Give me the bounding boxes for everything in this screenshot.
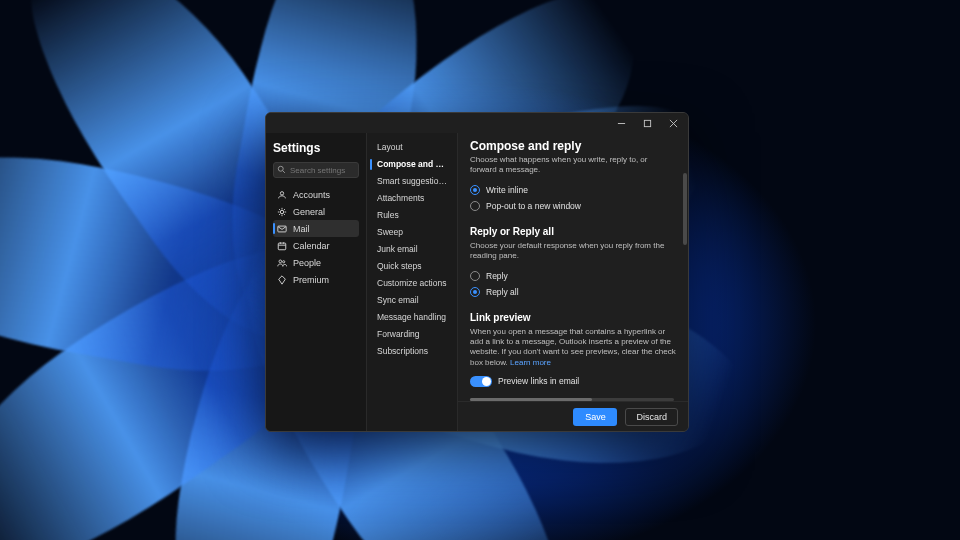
scroll-area[interactable]: Choose what happens when you write, repl… [458, 155, 688, 401]
svg-rect-9 [278, 243, 286, 250]
titlebar [266, 113, 688, 133]
subnav-forwarding[interactable]: Forwarding [367, 326, 457, 343]
sidebar-item-label: Mail [293, 224, 310, 234]
diamond-icon [277, 275, 287, 285]
sidebar-primary: Settings Accounts General Mail [266, 133, 366, 431]
subnav-sweep[interactable]: Sweep [367, 224, 457, 241]
toggle-icon [470, 376, 492, 387]
svg-point-4 [278, 166, 283, 171]
sidebar-secondary: Layout Compose and reply Smart suggestio… [366, 133, 458, 431]
subnav-layout[interactable]: Layout [367, 139, 457, 156]
sidebar-item-mail[interactable]: Mail [273, 220, 359, 237]
svg-point-13 [279, 260, 282, 263]
section-desc: Choose your default response when you re… [470, 241, 676, 262]
radio-label: Write inline [486, 185, 528, 195]
svg-line-5 [283, 171, 285, 173]
sidebar-item-label: Calendar [293, 241, 330, 251]
subnav-smart-suggestions[interactable]: Smart suggestions [367, 173, 457, 190]
svg-point-6 [280, 191, 283, 194]
svg-point-14 [283, 260, 285, 262]
people-icon [277, 258, 287, 268]
section-title-reply: Reply or Reply all [470, 226, 676, 237]
content-heading: Compose and reply [458, 133, 688, 155]
subnav-sync-email[interactable]: Sync email [367, 292, 457, 309]
person-icon [277, 190, 287, 200]
radio-reply-all[interactable]: Reply all [470, 284, 676, 300]
page-title: Settings [273, 141, 359, 155]
subnav-junk-email[interactable]: Junk email [367, 241, 457, 258]
section-title-link-preview: Link preview [470, 312, 676, 323]
radio-icon [470, 185, 480, 195]
close-button[interactable] [660, 113, 686, 133]
content-pane: Compose and reply Choose what happens wh… [458, 133, 688, 431]
sidebar-item-label: Premium [293, 275, 329, 285]
sidebar-item-label: Accounts [293, 190, 330, 200]
sidebar-item-accounts[interactable]: Accounts [273, 186, 359, 203]
sidebar-item-premium[interactable]: Premium [273, 271, 359, 288]
subnav-rules[interactable]: Rules [367, 207, 457, 224]
scrollbar-horizontal[interactable] [470, 398, 674, 401]
subnav-message-handling[interactable]: Message handling [367, 309, 457, 326]
toggle-label: Preview links in email [498, 376, 579, 386]
sidebar-item-general[interactable]: General [273, 203, 359, 220]
section-desc: When you open a message that contains a … [470, 327, 676, 369]
radio-icon [470, 287, 480, 297]
radio-icon [470, 271, 480, 281]
section-desc: Choose what happens when you write, repl… [470, 155, 676, 176]
sidebar-item-people[interactable]: People [273, 254, 359, 271]
discard-button[interactable]: Discard [625, 408, 678, 426]
radio-label: Reply all [486, 287, 519, 297]
subnav-subscriptions[interactable]: Subscriptions [367, 343, 457, 360]
minimize-button[interactable] [608, 113, 634, 133]
sidebar-item-label: People [293, 258, 321, 268]
calendar-icon [277, 241, 287, 251]
gear-icon [277, 207, 287, 217]
radio-label: Pop-out to a new window [486, 201, 581, 211]
toggle-preview-links[interactable]: Preview links in email [470, 374, 676, 388]
mail-icon [277, 224, 287, 234]
footer: Save Discard [458, 401, 688, 431]
subnav-quick-steps[interactable]: Quick steps [367, 258, 457, 275]
maximize-button[interactable] [634, 113, 660, 133]
radio-label: Reply [486, 271, 508, 281]
radio-pop-out[interactable]: Pop-out to a new window [470, 198, 676, 214]
save-button[interactable]: Save [573, 408, 617, 426]
sidebar-item-calendar[interactable]: Calendar [273, 237, 359, 254]
sidebar-item-label: General [293, 207, 325, 217]
radio-reply[interactable]: Reply [470, 268, 676, 284]
search-icon [277, 165, 286, 174]
scrollbar-vertical[interactable] [683, 173, 687, 245]
svg-rect-1 [644, 120, 650, 126]
link-preview-desc-text: When you open a message that contains a … [470, 327, 676, 367]
learn-more-link[interactable]: Learn more [510, 358, 551, 367]
radio-write-inline[interactable]: Write inline [470, 182, 676, 198]
subnav-attachments[interactable]: Attachments [367, 190, 457, 207]
subnav-compose-and-reply[interactable]: Compose and reply [367, 156, 457, 173]
svg-point-7 [280, 210, 283, 213]
radio-icon [470, 201, 480, 211]
search-wrap [273, 162, 359, 178]
settings-window: Settings Accounts General Mail [265, 112, 689, 432]
subnav-customize-actions[interactable]: Customize actions [367, 275, 457, 292]
